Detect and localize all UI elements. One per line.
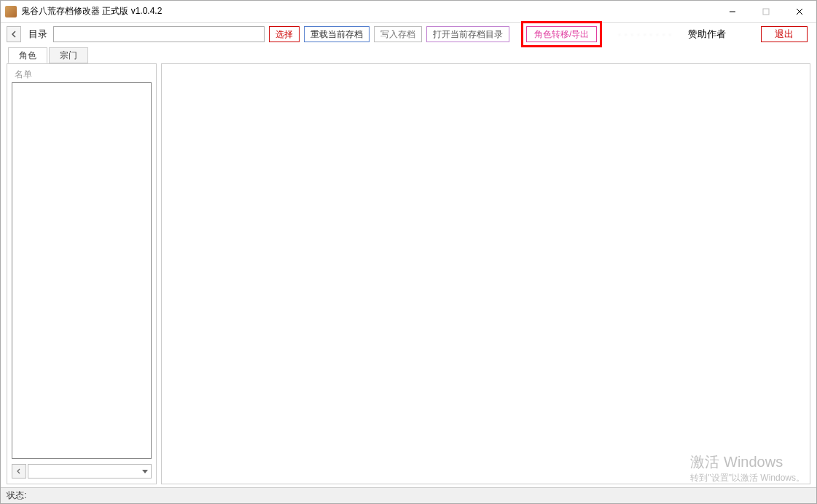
window-title: 鬼谷八荒存档修改器 正式版 v1.0.4.2 [21, 5, 162, 17]
svg-rect-1 [763, 9, 769, 15]
select-button[interactable]: 选择 [269, 26, 300, 42]
app-icon [5, 6, 17, 17]
back-button[interactable] [7, 26, 21, 42]
write-save-button[interactable]: 写入存档 [374, 26, 422, 42]
maximize-button[interactable] [749, 1, 783, 22]
reload-save-button[interactable]: 重载当前存档 [304, 26, 370, 42]
left-panel: 名单 [7, 63, 157, 484]
open-save-dir-button[interactable]: 打开当前存档目录 [426, 26, 509, 42]
directory-input[interactable] [53, 26, 265, 42]
window-controls [716, 1, 816, 22]
content-area: 名单 [7, 63, 810, 484]
status-label: 状态: [7, 489, 26, 502]
tab-role[interactable]: 角色 [8, 47, 47, 63]
app-window: 鬼谷八荒存档修改器 正式版 v1.0.4.2 目录 选择 重载当前存档 写入存档… [0, 0, 817, 504]
directory-label: 目录 [28, 28, 47, 41]
sponsor-link[interactable]: 赞助作者 [688, 28, 726, 41]
toolbar: 目录 选择 重载当前存档 写入存档 打开当前存档目录 角色转移/导出 · · ·… [1, 23, 816, 46]
statusbar: 状态: [1, 487, 816, 503]
close-button[interactable] [783, 1, 816, 22]
list-label: 名单 [15, 68, 152, 81]
tab-sect[interactable]: 宗门 [49, 47, 88, 63]
blurred-text: · · · · · · · · · [618, 29, 672, 39]
titlebar: 鬼谷八荒存档修改器 正式版 v1.0.4.2 [1, 1, 816, 23]
detail-panel [161, 63, 810, 484]
name-listbox[interactable] [12, 82, 152, 459]
list-back-button[interactable] [12, 464, 26, 479]
character-transfer-button[interactable]: 角色转移/导出 [526, 26, 597, 42]
filter-combobox[interactable] [28, 464, 152, 479]
tabs: 角色 宗门 [1, 46, 816, 63]
highlight-box: 角色转移/导出 [521, 21, 602, 47]
list-footer [12, 463, 152, 479]
minimize-button[interactable] [716, 1, 749, 22]
exit-button[interactable]: 退出 [761, 26, 808, 42]
